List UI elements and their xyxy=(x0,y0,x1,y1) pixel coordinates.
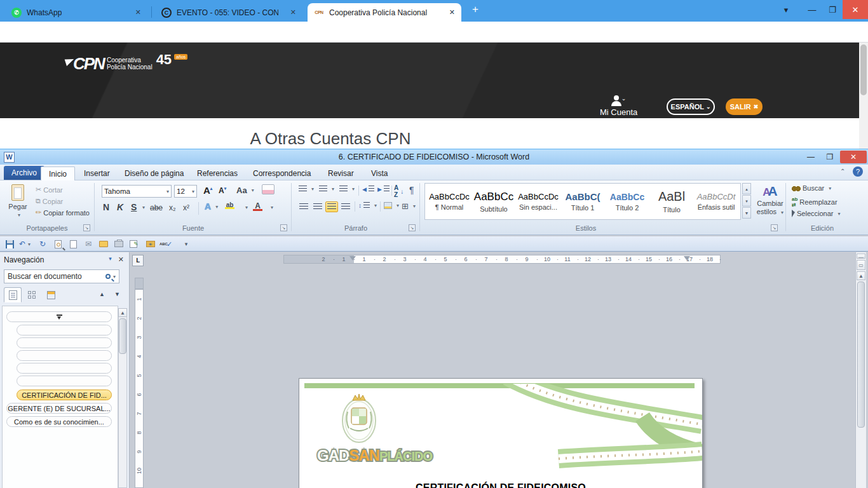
document-page[interactable]: GADSANPLÁCIDO CERTIFICACIÓN DE FIDEICOMI… xyxy=(299,378,703,488)
nav-pane-menu-icon[interactable]: ▾ xyxy=(109,255,112,264)
nav-item-blank[interactable] xyxy=(17,350,112,361)
copy-button[interactable]: ⧉Copiar xyxy=(36,197,63,205)
new-tab-button[interactable]: + xyxy=(468,0,483,19)
indent-marker-right[interactable] xyxy=(684,256,690,261)
paste-button[interactable]: Pegar ▾ xyxy=(5,184,31,218)
word-minimize-button[interactable]: — xyxy=(802,151,820,163)
strikethrough-button[interactable]: abe xyxy=(150,203,163,212)
print-preview-icon[interactable] xyxy=(52,238,64,250)
superscript-button[interactable]: x² xyxy=(183,203,189,212)
tab-close-icon[interactable]: ✕ xyxy=(135,8,141,17)
change-case-button[interactable]: Aa▾ xyxy=(236,186,254,195)
nav-tab-headings[interactable] xyxy=(4,287,22,302)
nav-scroll-up[interactable]: ▲ xyxy=(118,308,127,317)
highlight-button[interactable]: ab xyxy=(225,201,234,209)
next-heading-arrow[interactable]: ▼ xyxy=(114,291,120,297)
align-center-button[interactable] xyxy=(311,201,324,212)
tab-revisar[interactable]: Revisar xyxy=(320,166,362,180)
bold-button[interactable]: N xyxy=(103,202,109,212)
clear-formatting-button[interactable] xyxy=(262,184,275,194)
help-icon[interactable]: ? xyxy=(853,166,863,177)
mail-icon[interactable]: ✉ xyxy=(83,238,94,250)
show-marks-button[interactable]: ¶ xyxy=(409,185,414,195)
style-subtitulo[interactable]: AaBbCcSubtítulo xyxy=(472,185,515,218)
font-color-dropdown[interactable]: ▾ xyxy=(271,205,273,210)
doc-scroll-up[interactable]: ▲ xyxy=(857,271,865,280)
ruler-toggle-button[interactable]: ▭ xyxy=(857,260,865,270)
style-titulo[interactable]: AaBlTítulo xyxy=(650,185,693,218)
find-button[interactable]: Buscar▾ xyxy=(792,184,831,192)
shading-button[interactable]: ▾ xyxy=(384,202,399,209)
font-family-combo[interactable]: Tahoma▾ xyxy=(102,185,172,198)
tab-insertar[interactable]: Insertar xyxy=(76,166,118,180)
font-dialog-launcher[interactable]: ↘ xyxy=(280,224,287,231)
tab-evento[interactable]: C EVENTO - 055: VIDEO - CONFERE ✕ xyxy=(155,3,302,22)
tab-close-icon[interactable]: ✕ xyxy=(290,8,296,17)
doc-scrollbar-thumb[interactable] xyxy=(857,281,865,428)
browser-scrollbar-thumb[interactable] xyxy=(860,44,867,95)
tab-inicio[interactable]: Inicio xyxy=(41,166,75,180)
borders-button[interactable]: ⊞▾ xyxy=(402,201,416,211)
nav-item-como[interactable]: Como es de su conocimien... xyxy=(6,416,112,427)
qat-overflow-icon[interactable]: ▾ xyxy=(180,238,192,250)
document-search-box[interactable]: Buscar en documento ▾ xyxy=(4,269,119,283)
nav-tab-pages[interactable] xyxy=(23,287,41,302)
logout-button[interactable]: SALIR✖ xyxy=(726,98,763,115)
nav-pane-close-icon[interactable]: ✕ xyxy=(118,255,124,264)
highlight-dropdown[interactable]: ▾ xyxy=(245,205,248,210)
styles-more-button[interactable]: ▼ xyxy=(742,207,751,219)
tab-search-chevron-icon[interactable]: ▾ xyxy=(776,0,796,19)
multilevel-list-button[interactable]: ▾ xyxy=(339,186,355,193)
text-effects-button[interactable]: A▾ xyxy=(205,201,218,212)
change-styles-button[interactable]: AA Cambiar estilos ▾ xyxy=(756,184,784,215)
nav-item-blank[interactable] xyxy=(17,376,112,386)
tab-stop-selector[interactable]: L xyxy=(132,255,144,266)
style-enfasis-sutil[interactable]: AaBbCcDtÉnfasis sutil xyxy=(695,185,738,218)
style-normal[interactable]: AaBbCcDc¶ Normal xyxy=(428,185,471,218)
subscript-button[interactable]: x₂ xyxy=(169,203,176,212)
decrease-indent-button[interactable]: ◀ xyxy=(362,186,374,193)
cpn-logo[interactable]: CPN CooperativaPolicía Nacional 45 años xyxy=(73,54,187,74)
tab-cpn-active[interactable]: CPN Cooperativa Policía Nacional ✕ xyxy=(308,3,461,22)
nav-item-blank[interactable] xyxy=(17,325,112,336)
redo-icon[interactable]: ↻ xyxy=(37,238,48,250)
nav-item-top[interactable] xyxy=(6,311,112,322)
collapse-ribbon-icon[interactable]: ⌃ xyxy=(840,168,845,175)
tab-referencias[interactable]: Referencias xyxy=(189,166,245,180)
grow-font-button[interactable]: A▴ xyxy=(203,185,212,196)
word-restore-button[interactable]: ❐ xyxy=(821,151,839,163)
sort-button[interactable]: AZ↓ xyxy=(394,184,403,198)
align-left-button[interactable] xyxy=(297,201,310,212)
justify-button[interactable] xyxy=(339,201,352,212)
open-folder-icon[interactable] xyxy=(98,238,109,250)
select-button[interactable]: Seleccionar▾ xyxy=(792,210,841,217)
increase-indent-button[interactable]: ▶ xyxy=(377,186,390,193)
language-button[interactable]: ESPAÑOL⌄ xyxy=(667,98,715,115)
search-dropdown-icon[interactable]: ▾ xyxy=(113,274,116,280)
font-color-button[interactable]: A xyxy=(253,201,262,211)
folder-special-icon[interactable]: ✳ xyxy=(145,238,156,250)
styles-dialog-launcher[interactable]: ↘ xyxy=(771,224,778,231)
align-right-button[interactable] xyxy=(325,201,338,212)
split-handle[interactable]: — xyxy=(857,254,865,259)
bullets-button[interactable]: ▾ xyxy=(299,186,314,193)
tab-close-icon[interactable]: ✕ xyxy=(449,8,455,17)
nav-item-blank[interactable] xyxy=(17,337,112,348)
tab-whatsapp[interactable]: WhatsApp ✕ xyxy=(5,3,147,22)
print-icon[interactable] xyxy=(113,238,125,250)
undo-icon[interactable]: ↶▾ xyxy=(19,238,31,250)
nav-item-gerente[interactable]: GERENTE (E) DE SUCURSAL... xyxy=(6,403,112,414)
italic-button[interactable]: K xyxy=(117,202,123,212)
previous-heading-arrow[interactable]: ▲ xyxy=(99,291,105,297)
nav-tab-results[interactable] xyxy=(42,287,60,302)
new-document-icon[interactable] xyxy=(67,238,79,250)
save-icon[interactable] xyxy=(4,238,15,250)
shrink-font-button[interactable]: A▾ xyxy=(219,186,226,195)
window-restore-button[interactable]: ❐ xyxy=(822,0,843,19)
style-titulo1[interactable]: AaBbC(Título 1 xyxy=(561,185,604,218)
style-titulo2[interactable]: AaBbCcTítulo 2 xyxy=(606,185,649,218)
cut-button[interactable]: ✂Cortar xyxy=(36,186,63,194)
edit-table-icon[interactable]: ✎ xyxy=(128,238,140,250)
nav-item-blank[interactable] xyxy=(17,363,112,374)
underline-button[interactable]: S xyxy=(131,202,137,212)
